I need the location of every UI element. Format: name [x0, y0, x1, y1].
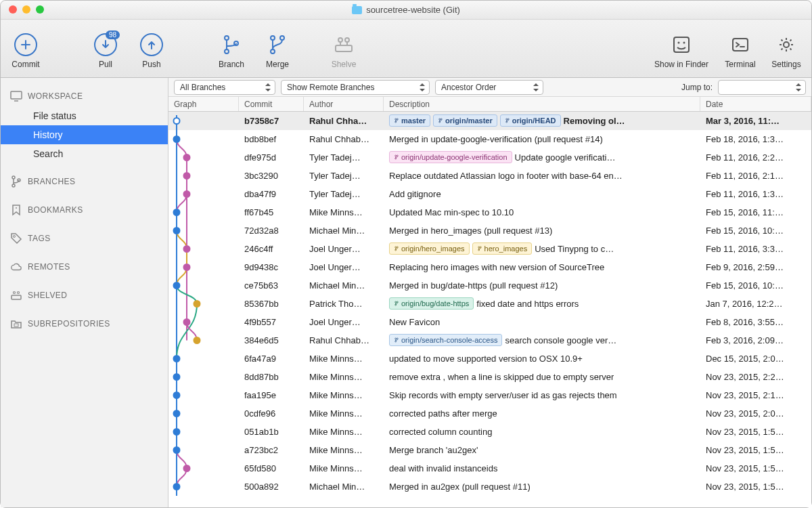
sidebar-bookmarks-header[interactable]: BOOKMARKS	[1, 200, 168, 220]
app-window: sourcetree-website (Git) Commit 98 Pull	[0, 0, 812, 508]
commit-description: Merged in bug/date-https (pull request #…	[384, 280, 700, 291]
commit-author: Michael Min…	[304, 280, 384, 291]
commit-hash: 6fa47a9	[239, 354, 304, 364]
col-header-graph[interactable]: Graph	[168, 97, 239, 111]
branch-tag[interactable]: origin/update-google-verification	[389, 151, 512, 163]
table-row[interactable]: 0cdfe96Mike Minns…corrected paths after …	[168, 404, 811, 423]
table-row[interactable]: b7358c7Rahul Chha…masterorigin/masterori…	[168, 112, 811, 130]
table-row[interactable]: bdb8befRahul Chhab…Merged in update-goog…	[168, 130, 811, 148]
commit-description: masterorigin/masterorigin/HEADRemoving o…	[384, 114, 700, 127]
table-row[interactable]: 85367bbPatrick Tho…origin/bug/date-https…	[168, 295, 811, 313]
commit-list[interactable]: b7358c7Rahul Chha…masterorigin/masterori…	[168, 112, 811, 507]
commit-hash: 8dd87bb	[239, 372, 304, 382]
window-controls	[9, 5, 44, 14]
branch-tag[interactable]: hero_images	[472, 242, 533, 255]
finder-icon	[670, 33, 693, 56]
table-row[interactable]: 8dd87bbMike Minns…remove extra , when a …	[168, 368, 811, 386]
commit-description: origin/hero_imageshero_imagesUsed Tinypn…	[384, 242, 700, 255]
sidebar-subrepos-header[interactable]: SUBREPOSITORIES	[1, 314, 168, 334]
table-row[interactable]: 9d9438cJoel Unger…Replacing hero images …	[168, 258, 811, 276]
svg-point-3	[271, 36, 275, 40]
commit-hash: 500a892	[239, 482, 304, 492]
branch-tag[interactable]: master	[389, 114, 430, 127]
svg-point-4	[271, 49, 275, 54]
table-row[interactable]: 384e6d5Rahul Chhab…origin/search-console…	[168, 331, 811, 350]
table-row[interactable]: 6fa47a9Mike Minns…updated to move suppor…	[168, 350, 811, 368]
table-row[interactable]: 246c4ffJoel Unger…origin/hero_imageshero…	[168, 240, 811, 258]
push-button[interactable]: Push	[132, 28, 171, 69]
branch-icon	[220, 33, 243, 56]
commit-date: Dec 15, 2015, 2:0…	[700, 354, 811, 364]
commit-description: Replace outdated Atlassian logo in foote…	[384, 171, 700, 181]
branches-select[interactable]: All Branches	[174, 80, 275, 95]
commit-hash: 4f9b557	[239, 317, 304, 327]
branch-tag[interactable]: origin/search-console-access	[389, 334, 502, 346]
table-row[interactable]: 500a892Michael Min…Merged in au2gex (pul…	[168, 478, 811, 496]
sidebar-item-history[interactable]: History	[1, 125, 168, 144]
table-row[interactable]: ce75b63Michael Min…Merged in bug/date-ht…	[168, 276, 811, 295]
branch-tag[interactable]: origin/master	[433, 114, 497, 127]
branch-tag[interactable]: origin/bug/date-https	[389, 297, 474, 310]
table-row[interactable]: 4f9b557Joel Unger…New FaviconFeb 8, 2016…	[168, 313, 811, 331]
svg-point-15	[12, 176, 15, 179]
col-header-description[interactable]: Description	[384, 97, 700, 111]
table-row[interactable]: a723bc2Mike Minns…Merge branch 'au2gex'N…	[168, 441, 811, 459]
settings-button[interactable]: Settings	[767, 28, 806, 69]
plus-icon	[14, 33, 37, 56]
commit-date: Nov 23, 2015, 1:5…	[700, 463, 811, 473]
table-row[interactable]: 65fd580Mike Minns…deal with invalid inst…	[168, 459, 811, 478]
commit-author: Patrick Tho…	[304, 299, 384, 309]
table-row[interactable]: dba47f9Tyler Tadej…Add gitignoreFeb 11, …	[168, 185, 811, 203]
branch-tag[interactable]: origin/HEAD	[500, 114, 561, 127]
titlebar: sourcetree-website (Git)	[1, 1, 811, 20]
show-in-finder-button[interactable]: Show in Finder	[649, 28, 714, 69]
shelve-icon	[332, 33, 355, 56]
commit-button[interactable]: Commit	[6, 28, 45, 69]
svg-point-8	[345, 38, 349, 42]
svg-point-58	[397, 155, 398, 156]
sidebar-item-file-status[interactable]: File status	[1, 106, 168, 125]
commit-author: Mike Minns…	[304, 390, 384, 400]
commit-author: Mike Minns…	[304, 427, 384, 437]
branch-button[interactable]: Branch	[212, 28, 251, 69]
table-row[interactable]: 051ab1bMike Minns… corrected column coun…	[168, 423, 811, 441]
order-select[interactable]: Ancestor Order	[435, 80, 543, 95]
svg-point-62	[478, 247, 479, 248]
table-row[interactable]: 72d32a8Michael Min…Merged in hero_images…	[168, 221, 811, 240]
sidebar-workspace-header[interactable]: WORKSPACE	[1, 86, 168, 106]
svg-rect-14	[11, 91, 22, 99]
zoom-window-button[interactable]	[36, 5, 44, 14]
table-row[interactable]: dfe975dTyler Tadej…origin/update-google-…	[168, 148, 811, 167]
merge-button[interactable]: Merge	[258, 28, 297, 69]
commit-hash: 9d9438c	[239, 262, 304, 272]
commit-description: deal with invalid instanceids	[384, 463, 700, 473]
sidebar: WORKSPACE File status History Search BRA…	[1, 78, 168, 507]
sidebar-item-search[interactable]: Search	[1, 144, 168, 163]
col-header-author[interactable]: Author	[304, 97, 384, 111]
terminal-button[interactable]: Terminal	[721, 28, 760, 69]
table-row[interactable]: 3bc3290Tyler Tadej…Replace outdated Atla…	[168, 167, 811, 185]
sidebar-tags-header[interactable]: TAGS	[1, 228, 168, 249]
remote-branches-select[interactable]: Show Remote Branches	[281, 80, 430, 95]
jump-to-field[interactable]	[718, 80, 806, 95]
sidebar-remotes-header[interactable]: REMOTES	[1, 257, 168, 277]
table-row[interactable]: faa195eMike Minns…Skip records with empt…	[168, 386, 811, 404]
sidebar-branches-header[interactable]: BRANCHES	[1, 171, 168, 192]
sidebar-shelved-header[interactable]: SHELVED	[1, 285, 168, 305]
table-row[interactable]: ff67b45Mike Minns…Updated Mac min-spec t…	[168, 203, 811, 221]
commit-author: Mike Minns…	[304, 408, 384, 419]
grid-header: Graph Commit Author Description Date	[168, 97, 811, 112]
minimize-window-button[interactable]	[22, 5, 30, 14]
pull-badge: 98	[106, 30, 120, 39]
close-window-button[interactable]	[9, 5, 17, 14]
shelve-button[interactable]: Shelve	[324, 28, 363, 69]
terminal-icon	[729, 33, 752, 56]
commit-author: Mike Minns…	[304, 207, 384, 217]
commit-hash: dba47f9	[239, 189, 304, 199]
svg-point-47	[395, 119, 397, 120]
col-header-date[interactable]: Date	[700, 97, 811, 111]
pull-button[interactable]: 98 Pull	[86, 28, 125, 69]
merge-icon	[266, 33, 289, 56]
branch-tag[interactable]: origin/hero_images	[389, 242, 470, 255]
col-header-commit[interactable]: Commit	[239, 97, 304, 111]
